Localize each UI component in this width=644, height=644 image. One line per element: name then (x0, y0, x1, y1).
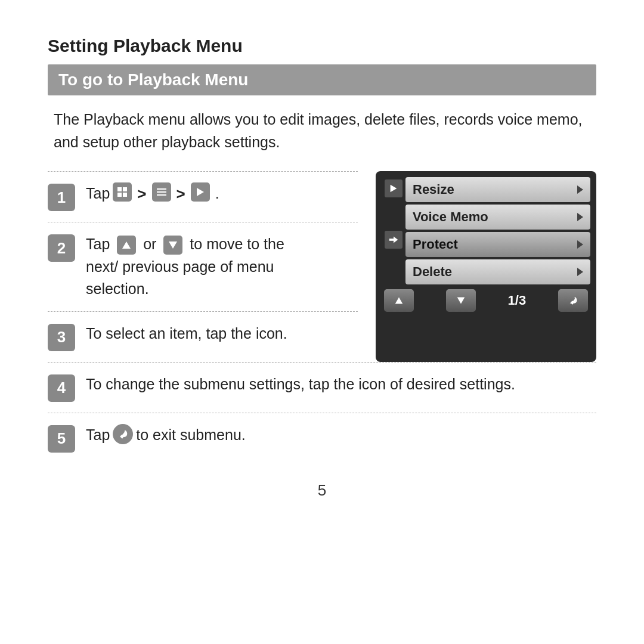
delete-arrow (577, 268, 583, 276)
step-3-row: 3 To select an item, tap the icon. (48, 312, 358, 362)
step-2-text-before: Tap (86, 236, 110, 252)
step-4-row: 4 To change the submenu settings, tap th… (48, 362, 596, 413)
transfer-sidebar-icon (385, 231, 402, 249)
camera-page: 1/3 (508, 293, 527, 308)
svg-marker-13 (395, 298, 403, 304)
protect-label: Protect (413, 237, 458, 252)
camera-menu: Resize Voice Memo Protect Delete (405, 177, 590, 284)
step-2-line3: selection. (86, 278, 284, 301)
step-5-text-before: Tap (86, 424, 110, 447)
svg-marker-8 (122, 242, 131, 249)
resize-arrow (577, 185, 583, 194)
page: Setting Playback Menu To go to Playback … (0, 0, 644, 644)
steps-top: 1 Tap > > . (48, 171, 596, 362)
step-2-text-block: Tap or to move to the n (86, 233, 284, 301)
step-1-number: 1 (48, 184, 75, 211)
down-arrow-icon[interactable] (163, 236, 182, 255)
section-header: To go to Playback Menu (48, 64, 596, 95)
menu-item-protect[interactable]: Protect (405, 232, 590, 257)
camera-ui: Resize Voice Memo Protect Delete (376, 171, 596, 362)
step-2-number: 2 (48, 234, 75, 262)
step-2-after: to move to the (190, 236, 284, 252)
step-1-row: 1 Tap > > . (48, 171, 358, 222)
step-5-number: 5 (48, 425, 75, 453)
step-4-number: 4 (48, 374, 75, 402)
step-1-text-before: Tap (86, 182, 110, 205)
menu-item-delete[interactable]: Delete (405, 259, 590, 284)
step-2-line2: next/ previous page of menu (86, 256, 284, 278)
svg-rect-5 (157, 191, 166, 193)
grid-icon[interactable] (113, 182, 132, 202)
delete-label: Delete (413, 264, 452, 280)
step-4-text: To change the submenu settings, tap the … (86, 373, 515, 396)
step-2-content: Tap or to move to the n (86, 233, 358, 301)
up-arrow-icon[interactable] (117, 236, 136, 255)
step-3-text: To select an item, tap the icon. (86, 323, 287, 345)
svg-marker-10 (391, 185, 397, 193)
svg-marker-9 (169, 242, 177, 249)
protect-arrow (577, 240, 583, 249)
svg-rect-3 (123, 193, 127, 197)
step-1-gt2: > (177, 182, 185, 206)
camera-sidebar (382, 177, 405, 284)
playback-sidebar-icon (385, 179, 402, 197)
svg-rect-11 (389, 239, 394, 241)
camera-down-btn[interactable] (446, 289, 476, 312)
step-5-text-after: to exit submenu. (136, 424, 245, 447)
svg-rect-0 (117, 187, 122, 191)
menu-item-resize[interactable]: Resize (405, 177, 590, 202)
svg-rect-6 (157, 194, 166, 196)
step-1-content: Tap > > . (86, 182, 358, 206)
camera-up-btn[interactable] (384, 289, 414, 312)
description: The Playback menu allows you to edit ima… (48, 109, 596, 153)
step-5-content: Tap to exit submenu. (86, 424, 596, 447)
camera-return-btn[interactable] (558, 289, 588, 312)
svg-marker-7 (197, 188, 204, 196)
voice-memo-label: Voice Memo (413, 209, 488, 225)
svg-marker-14 (457, 298, 465, 304)
step-2-or: or (143, 236, 156, 252)
voice-memo-arrow (577, 213, 583, 221)
svg-rect-2 (117, 193, 122, 197)
page-number: 5 (48, 481, 596, 500)
step-5-row: 5 Tap to exit submenu. (48, 413, 596, 463)
step-3-number: 3 (48, 324, 75, 351)
camera-ui-inner: Resize Voice Memo Protect Delete (382, 177, 590, 284)
menu-icon[interactable] (152, 182, 171, 202)
resize-label: Resize (413, 182, 454, 197)
step-1-text-end: . (215, 182, 219, 205)
svg-rect-4 (157, 188, 166, 190)
playback-icon[interactable] (191, 182, 210, 202)
camera-nav: 1/3 (382, 289, 590, 312)
steps-left: 1 Tap > > . (48, 171, 358, 362)
main-title: Setting Playback Menu (48, 36, 596, 56)
svg-rect-1 (123, 187, 127, 191)
step-4-content: To change the submenu settings, tap the … (86, 373, 596, 396)
step-2-row: 2 Tap or (48, 222, 358, 312)
svg-marker-12 (394, 237, 398, 243)
steps-bottom: 4 To change the submenu settings, tap th… (48, 362, 596, 463)
step-3-content: To select an item, tap the icon. (86, 323, 358, 345)
step-1-gt1: > (137, 182, 146, 206)
exit-icon[interactable] (113, 424, 133, 444)
step-2-line1: Tap or to move to the (86, 233, 284, 256)
menu-item-voice-memo[interactable]: Voice Memo (405, 205, 590, 230)
